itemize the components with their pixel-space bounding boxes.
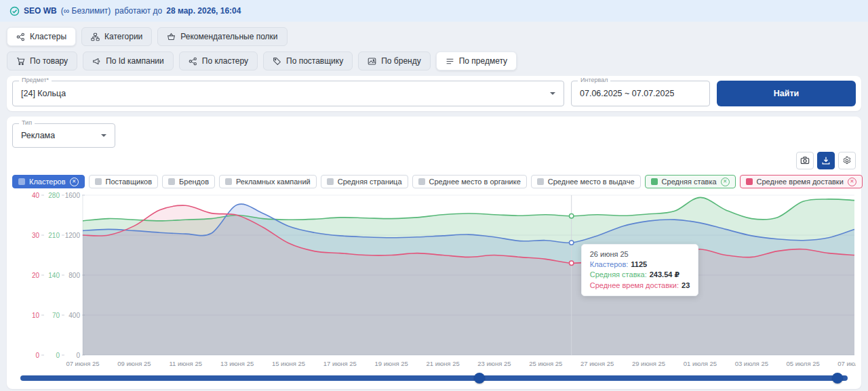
primary-tab-2[interactable]: Рекомендательные полки	[157, 27, 287, 46]
chart-area[interactable]: 01020304007014021028004008001200160007 и…	[12, 190, 856, 371]
legend-chip-2[interactable]: Брендов	[162, 175, 215, 188]
tooltip-date: 26 июня 25	[590, 250, 690, 258]
interval-label: Интервал	[578, 77, 610, 83]
tab-label: Рекомендательные полки	[180, 32, 277, 41]
svg-text:05 июля 25: 05 июля 25	[786, 360, 819, 367]
tooltip-row: Среднее время доставки:23	[590, 281, 690, 289]
slider-handle-right[interactable]	[832, 373, 843, 384]
type-value: Реклама	[21, 131, 55, 140]
svg-text:210: 210	[48, 232, 60, 239]
list-icon	[446, 57, 454, 66]
cluster-icon	[16, 33, 25, 41]
subject-value: [24] Кольца	[21, 89, 66, 98]
secondary-tab-5[interactable]: По предмету	[436, 52, 517, 70]
svg-text:13 июня 25: 13 июня 25	[220, 360, 254, 367]
svg-text:07 июля 25: 07 июля 25	[837, 360, 856, 367]
filter-bar: Предмет* [24] Кольца Интервал 07.06.2025…	[7, 76, 861, 111]
interval-input[interactable]: Интервал 07.06.2025 ~ 07.07.2025	[571, 81, 710, 106]
svg-text:15 июня 25: 15 июня 25	[272, 360, 305, 367]
tooltip-series-value: 23	[682, 281, 690, 289]
secondary-tab-2[interactable]: По кластеру	[179, 52, 258, 70]
settings-icon	[842, 156, 852, 165]
subscription-banner: SEO WB (∞ Безлимит) работают до 28 мар. …	[0, 0, 868, 22]
interval-value: 07.06.2025 ~ 07.07.2025	[580, 89, 674, 98]
svg-text:400: 400	[68, 312, 80, 319]
primary-tab-0[interactable]: Кластеры	[7, 27, 76, 46]
legend-chip-8[interactable]: Среднее время доставки✕	[740, 175, 863, 188]
subject-select[interactable]: Предмет* [24] Кольца	[12, 81, 564, 106]
remove-series-icon[interactable]: ✕	[70, 178, 79, 186]
tooltip-series-value: 243.54 ₽	[650, 270, 679, 279]
secondary-tab-0[interactable]: По товару	[7, 52, 77, 70]
tab-label: По товару	[30, 56, 68, 66]
svg-text:21 июня 25: 21 июня 25	[426, 360, 459, 367]
svg-text:25 июня 25: 25 июня 25	[529, 360, 562, 367]
secondary-tab-4[interactable]: По бренду	[358, 52, 430, 70]
search-button[interactable]: Найти	[717, 81, 856, 106]
series-color-swatch	[537, 178, 544, 185]
svg-text:17 июня 25: 17 июня 25	[323, 360, 357, 367]
screenshot-button[interactable]	[796, 152, 814, 169]
secondary-tab-3[interactable]: По поставщику	[263, 52, 353, 70]
chart-tooltip: 26 июня 25 Кластеров:1125Средняя ставка:…	[581, 244, 699, 296]
series-color-swatch	[225, 178, 232, 185]
svg-text:0: 0	[76, 352, 80, 359]
svg-text:10: 10	[32, 312, 40, 319]
series-color-swatch	[651, 178, 658, 185]
tooltip-series-value: 1125	[631, 260, 647, 268]
legend-chip-0[interactable]: Кластеров✕	[12, 175, 85, 188]
svg-text:0: 0	[56, 352, 60, 359]
download-button[interactable]	[817, 152, 835, 169]
type-label: Тип	[19, 119, 35, 126]
tab-label: По предмету	[459, 56, 507, 66]
remove-series-icon[interactable]: ✕	[848, 178, 856, 186]
legend-chip-6[interactable]: Среднее место в выдаче	[531, 175, 641, 188]
tab-label: По кластеру	[202, 56, 248, 66]
chart-panel: Тип Реклама Кластеров✕ПоставщиковБрендов…	[7, 117, 861, 389]
legend-chip-3[interactable]: Рекламных кампаний	[219, 175, 317, 188]
svg-text:23 июня 25: 23 июня 25	[477, 360, 511, 367]
line-chart[interactable]: 01020304007014021028004008001200160007 и…	[12, 190, 856, 371]
legend-label: Среднее место в выдаче	[548, 178, 635, 186]
series-color-swatch	[418, 178, 425, 185]
svg-text:30: 30	[32, 232, 40, 239]
range-slider[interactable]	[20, 373, 848, 384]
svg-text:27 июня 25: 27 июня 25	[580, 360, 614, 367]
brand-name: SEO WB	[24, 6, 57, 16]
secondary-tab-1[interactable]: По Id кампании	[83, 52, 174, 70]
slider-rail[interactable]	[20, 375, 848, 381]
remove-series-icon[interactable]: ✕	[721, 178, 730, 186]
primary-tabs: КластерыКатегорииРекомендательные полки	[0, 22, 868, 46]
series-color-swatch	[18, 178, 25, 185]
subject-label: Предмет*	[19, 77, 52, 83]
settings-button[interactable]	[838, 152, 856, 169]
series-color-swatch	[746, 178, 753, 185]
legend-chip-1[interactable]: Поставщиков	[89, 175, 159, 188]
tooltip-series-label: Кластеров:	[590, 260, 629, 268]
svg-text:280: 280	[48, 192, 60, 199]
type-select[interactable]: Тип Реклама	[12, 123, 115, 148]
legend-label: Средняя страница	[338, 178, 402, 186]
legend-chip-4[interactable]: Средняя страница	[321, 175, 408, 188]
svg-text:40: 40	[32, 192, 40, 199]
series-color-swatch	[95, 178, 102, 185]
campaign-icon	[92, 57, 101, 66]
legend-chip-7[interactable]: Средняя ставка✕	[645, 175, 736, 188]
chevron-down-icon	[101, 134, 106, 137]
deadline: 28 мар. 2026, 16:04	[166, 6, 241, 16]
svg-text:1200: 1200	[65, 232, 81, 239]
legend-label: Рекламных кампаний	[236, 178, 311, 186]
chart-legend: Кластеров✕ПоставщиковБрендовРекламных ка…	[12, 175, 856, 188]
check-circle-icon	[9, 6, 20, 16]
slider-handle-left[interactable]	[474, 373, 485, 384]
svg-text:1600: 1600	[65, 192, 81, 199]
screenshot-icon	[800, 156, 810, 165]
cluster-icon	[189, 57, 197, 66]
legend-chip-5[interactable]: Среднее место в органике	[412, 175, 527, 188]
tab-label: По поставщику	[286, 56, 343, 66]
legend-label: Поставщиков	[106, 178, 153, 186]
primary-tab-1[interactable]: Категории	[81, 27, 152, 46]
tooltip-row: Кластеров:1125	[590, 260, 690, 268]
tag-icon	[273, 57, 281, 66]
svg-text:19 июня 25: 19 июня 25	[375, 360, 408, 367]
